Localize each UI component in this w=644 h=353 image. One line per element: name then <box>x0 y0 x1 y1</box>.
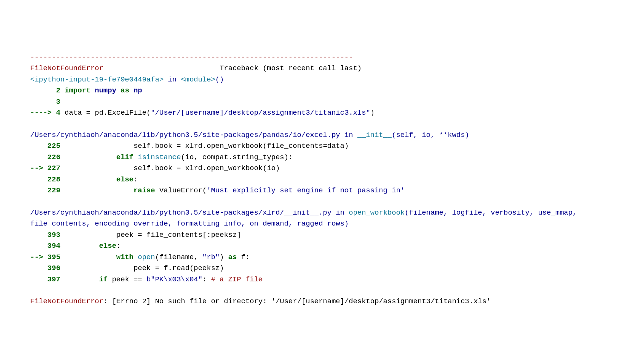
paren-close: ) <box>276 164 280 172</box>
code-pd: pd <box>91 109 103 117</box>
op-eq: = <box>138 231 142 239</box>
op-dot: . <box>151 164 155 172</box>
pad <box>65 142 133 150</box>
error-traceback: ----------------------------------------… <box>30 52 614 307</box>
code-stringtypes: string_types <box>233 153 284 161</box>
kw-else: else <box>116 175 134 184</box>
space <box>224 253 228 261</box>
paren-close: ) <box>370 109 374 117</box>
code-peek: peek <box>116 231 138 239</box>
builtin-isinstance: isinstance <box>138 153 181 161</box>
bracket: ] <box>237 231 241 239</box>
code-openwb: open_workbook <box>207 164 263 172</box>
code-filename: filename <box>159 253 194 261</box>
code-xlrd: xlrd <box>181 164 202 172</box>
code-fc: file_contents <box>142 231 202 239</box>
code-peek: peek <box>108 275 133 284</box>
line-226-num: 226 <box>30 153 65 161</box>
code-xlrd: xlrd <box>181 142 202 150</box>
kw-elif: elif <box>116 153 134 161</box>
line-229-num: 229 <box>30 186 65 195</box>
code-read: read <box>172 264 190 272</box>
space <box>198 253 202 261</box>
code-compat: compat <box>198 153 228 161</box>
kw-as: as <box>228 253 237 261</box>
code-book: book <box>155 142 177 150</box>
paren-close: ) <box>220 264 224 272</box>
arrow-4: ----> 4 <box>30 109 65 117</box>
paren-open: ( <box>202 186 206 195</box>
string-msg: 'Must explicitly set engine if not passi… <box>207 186 405 195</box>
alias-np: np <box>134 86 142 95</box>
frame2-sig: (self, io, **kwds) <box>392 131 469 139</box>
code-data2: data <box>327 142 345 150</box>
op-dot: . <box>103 109 108 117</box>
string-path: "/User/[username]/desktop/assignment3/ti… <box>151 109 370 117</box>
traceback-label: Traceback (most recent call last) <box>103 64 362 72</box>
kw-if: if <box>99 275 108 284</box>
frame3-in: in <box>331 209 349 217</box>
op-eq: = <box>323 142 327 150</box>
colon: : <box>202 275 206 284</box>
frame2-path: /Users/cynthiaoh/anaconda/lib/python3.5/… <box>30 131 340 139</box>
space <box>91 86 95 95</box>
final-error-msg: : [Errno 2] No such file or directory: '… <box>103 297 491 305</box>
comma: , <box>194 253 198 261</box>
op-dot: . <box>168 264 172 272</box>
colon: : <box>116 242 120 250</box>
line-394-num: 394 <box>30 242 65 250</box>
pad <box>65 164 133 172</box>
line-393-num: 393 <box>30 231 65 239</box>
op-dot: . <box>202 142 206 150</box>
paren-open: ( <box>263 164 267 172</box>
space <box>207 275 211 284</box>
line-prefix-2: 2 <box>30 86 65 95</box>
comment-zip: # a ZIP file <box>211 275 263 284</box>
kw-raise: raise <box>134 186 155 195</box>
bracket: [: <box>202 231 211 239</box>
op-eq: = <box>155 264 159 272</box>
code-book: book <box>155 164 177 172</box>
space <box>134 153 138 161</box>
code-data: data <box>65 109 86 117</box>
paren-open: ( <box>146 109 151 117</box>
frame1-parens: () <box>215 75 224 84</box>
op-eq: = <box>177 164 181 172</box>
line-prefix-3: 3 <box>30 98 65 106</box>
line-228-num: 228 <box>30 175 65 184</box>
error-type-header: FileNotFoundError <box>30 64 103 72</box>
op-eqeq: == <box>134 275 142 284</box>
code-valueerror: ValueError <box>155 186 202 195</box>
line-397-num: 397 <box>30 275 65 284</box>
paren-open: ( <box>181 153 185 161</box>
space <box>142 275 146 284</box>
pad <box>65 175 116 184</box>
pad <box>65 275 99 284</box>
frame2-in: in <box>340 131 357 139</box>
colon: : <box>245 253 250 261</box>
pad <box>65 253 116 261</box>
frame1-func: <module> <box>181 75 215 84</box>
op-dot: . <box>151 142 155 150</box>
arrow-227: --> 227 <box>30 164 65 172</box>
op-dot: . <box>228 153 233 161</box>
frame1-in: in <box>163 75 181 84</box>
kw-with: with <box>116 253 134 261</box>
paren-open: ( <box>263 142 267 150</box>
code-io: io <box>267 164 276 172</box>
builtin-open: open <box>138 253 155 261</box>
code-excelfile: ExcelFile <box>108 109 146 117</box>
code-peeksz: peeksz <box>194 264 219 272</box>
line-396-num: 396 <box>30 264 65 272</box>
paren-close: ) <box>284 153 288 161</box>
code-peeksz: peeksz <box>211 231 237 239</box>
code-f: f <box>237 253 245 261</box>
code-io: io <box>185 153 194 161</box>
frame3-func: open_workbook <box>349 209 405 217</box>
arrow-395: --> 395 <box>30 253 65 261</box>
pad <box>65 264 133 272</box>
op-eq: = <box>86 109 90 117</box>
kw-import: import <box>65 86 90 95</box>
bytes-literal: b"PK\x03\x04" <box>146 275 202 284</box>
paren-open: ( <box>155 253 159 261</box>
